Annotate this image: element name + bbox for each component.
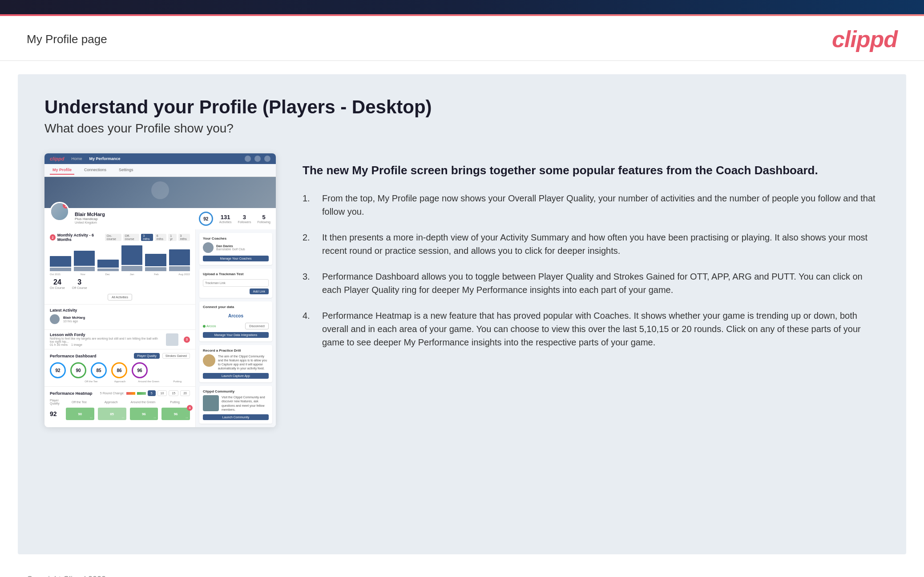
- launch-community-button[interactable]: Launch Community: [203, 414, 269, 420]
- lesson-badge: 3: [184, 337, 190, 343]
- heatmap-cell-3[interactable]: 96 ↑↑: [130, 408, 158, 420]
- drill-avatar: [203, 354, 215, 367]
- heatmap-10-btn[interactable]: 10: [157, 390, 167, 396]
- activity-avatar: [50, 314, 60, 324]
- heatmap-cell-1[interactable]: 90 ↑↑: [66, 408, 94, 420]
- bar-off-4: [121, 266, 143, 271]
- chart-labels-row: Oct 2021 Nov Dec Jan Feb Aug 2022: [50, 273, 190, 276]
- strokes-gained-toggle[interactable]: Strokes Gained: [162, 353, 190, 359]
- bar-on-4: [121, 245, 143, 265]
- perf-dash-header: Performance Dashboard Player Quality Str…: [50, 353, 190, 359]
- heatmap-15-btn[interactable]: 15: [169, 390, 178, 396]
- chart-col-1: [50, 256, 71, 271]
- launch-capture-button[interactable]: Launch Capture App: [203, 373, 269, 379]
- manage-coaches-button[interactable]: Manage Your Coaches: [203, 256, 269, 261]
- perf-toggle: Player Quality Strokes Gained: [134, 353, 190, 359]
- perf-ring-overall[interactable]: 92: [50, 362, 66, 378]
- community-panel: Clippd Community Visit the Clippd Commun…: [199, 386, 272, 423]
- lesson-title: Lesson with Fordy: [50, 333, 162, 337]
- bar-on-6: [169, 249, 190, 265]
- filter-3-months[interactable]: 3 mths: [141, 234, 153, 241]
- perf-ring-approach[interactable]: 85: [91, 362, 107, 378]
- following-stat: 5 Following: [257, 214, 270, 224]
- performance-heatmap-section: Performance Heatmap 5 Round Change: 5 10…: [44, 387, 195, 424]
- heatmap-cell-2[interactable]: 85 ↑↑: [98, 408, 126, 420]
- top-bar: [0, 0, 924, 16]
- search-icon: [245, 156, 251, 162]
- disconnect-button[interactable]: Disconnect: [245, 323, 269, 329]
- filter-on-course[interactable]: On-course: [105, 234, 121, 241]
- mockup-nav-bar: clippd Home My Performance: [44, 153, 276, 164]
- lesson-media: 1 image: [71, 343, 82, 346]
- on-course-count: 24 On Course: [50, 278, 65, 289]
- profile-info-row: 1 Blair McHarg Plus Handicap United King…: [44, 208, 276, 229]
- activity-counts: 24 On Course 3 Off Course: [50, 278, 190, 289]
- chart-col-3: [97, 260, 119, 271]
- logo: clippd: [832, 26, 897, 52]
- player-handicap: Plus Handicap: [75, 217, 194, 221]
- arccos-logo: Arccos: [203, 311, 269, 321]
- performance-rings: 92 90 85 86 96: [50, 362, 190, 378]
- player-quality-toggle[interactable]: Player Quality: [134, 353, 160, 359]
- page-title: My Profile page: [27, 32, 107, 46]
- all-activities-button[interactable]: All Activities: [108, 294, 132, 301]
- perf-dash-title: Performance Dashboard: [50, 354, 97, 358]
- bar-off-5: [145, 267, 166, 271]
- filter-6-months[interactable]: 6 mths: [155, 234, 167, 241]
- main-content: Understand your Profile (Players - Deskt…: [18, 74, 906, 554]
- tab-my-profile[interactable]: My Profile: [50, 166, 74, 175]
- heatmap-cell-4[interactable]: 96 ↑↑ 4: [161, 408, 190, 420]
- tab-settings[interactable]: Settings: [116, 166, 136, 175]
- bar-on-1: [50, 256, 71, 267]
- list-item: 3. Performance Dashboard allows you to t…: [303, 270, 880, 297]
- filter-3yr[interactable]: 3 mths: [178, 234, 190, 241]
- profile-stats: 92 131 Activities 3 Followers 5 Followin…: [199, 212, 270, 226]
- bar-off-3: [97, 268, 119, 271]
- connect-panel: Connect your data Arccos Arccos Disconne…: [199, 301, 272, 341]
- filter-off-course[interactable]: Off-course: [123, 234, 140, 241]
- filter-1yr[interactable]: 1 yr: [168, 234, 176, 241]
- heatmap-5-btn[interactable]: 5: [148, 390, 156, 396]
- list-item: 2. It then presents a more in-depth view…: [303, 231, 880, 257]
- heatmap-title: Performance Heatmap: [50, 391, 93, 396]
- avatar: 1: [50, 202, 69, 221]
- player-location: United Kingdom: [75, 221, 194, 224]
- bar-on-5: [145, 254, 166, 266]
- player-name: Blair McHarg: [75, 212, 194, 217]
- heatmap-gradient-green: [137, 392, 146, 395]
- chart-col-6: [169, 249, 190, 271]
- list-item: 1. From the top, My Profile page now sho…: [303, 192, 880, 218]
- perf-ring-putting[interactable]: 96: [132, 362, 148, 378]
- heatmap-20-btn[interactable]: 20: [180, 390, 190, 396]
- connected-badge: Arccos: [203, 325, 216, 328]
- trackman-panel: Upload a Trackman Test Add Link: [199, 268, 272, 298]
- mockup-logo: clippd: [50, 156, 64, 161]
- perf-ring-off-tee[interactable]: 90: [70, 362, 86, 378]
- mockup-left-col: 2 Monthly Activity - 6 Months On-course …: [44, 229, 196, 427]
- bar-off-1: [50, 268, 71, 271]
- coach-avatar: [203, 242, 214, 253]
- latest-activity-title: Latest Activity: [50, 308, 190, 313]
- trackman-add-button[interactable]: Add Link: [250, 288, 269, 294]
- connected-dot: [203, 325, 206, 328]
- heatmap-data-row: 92 90 ↑↑ 85 ↑↑ 96 ↑↑: [50, 408, 190, 420]
- heatmap-col-headers: Player Quality Off the Tee Approach Arou…: [50, 399, 190, 405]
- section-heading: Understand your Profile (Players - Deskt…: [44, 96, 880, 118]
- bar-on-3: [97, 260, 119, 268]
- footer: Copyright Clippd 2022: [0, 568, 924, 577]
- right-panel-heading: The new My Profile screen brings togethe…: [303, 162, 880, 178]
- manage-integrations-button[interactable]: Manage Your Data Integrations: [203, 332, 269, 338]
- chart-col-4: [121, 245, 143, 271]
- tab-connections[interactable]: Connections: [81, 166, 109, 175]
- trackman-input[interactable]: [203, 279, 269, 287]
- lesson-section: Lesson with Fordy Nothing to feel like m…: [44, 330, 195, 349]
- chart-col-5: [145, 254, 166, 271]
- right-text-panel: The new My Profile screen brings togethe…: [303, 153, 880, 361]
- latest-activity-section: Latest Activity Blair McHarg 10 hrs ago: [44, 305, 195, 330]
- copyright: Copyright Clippd 2022: [27, 575, 106, 577]
- profile-name-section: Blair McHarg Plus Handicap United Kingdo…: [75, 212, 194, 224]
- perf-ring-around-green[interactable]: 86: [111, 362, 127, 378]
- mockup-body: 2 Monthly Activity - 6 Months On-course …: [44, 229, 276, 427]
- drill-panel: Record a Practice Drill The aim of the C…: [199, 345, 272, 382]
- activity-info: Blair McHarg 10 hrs ago: [63, 316, 190, 323]
